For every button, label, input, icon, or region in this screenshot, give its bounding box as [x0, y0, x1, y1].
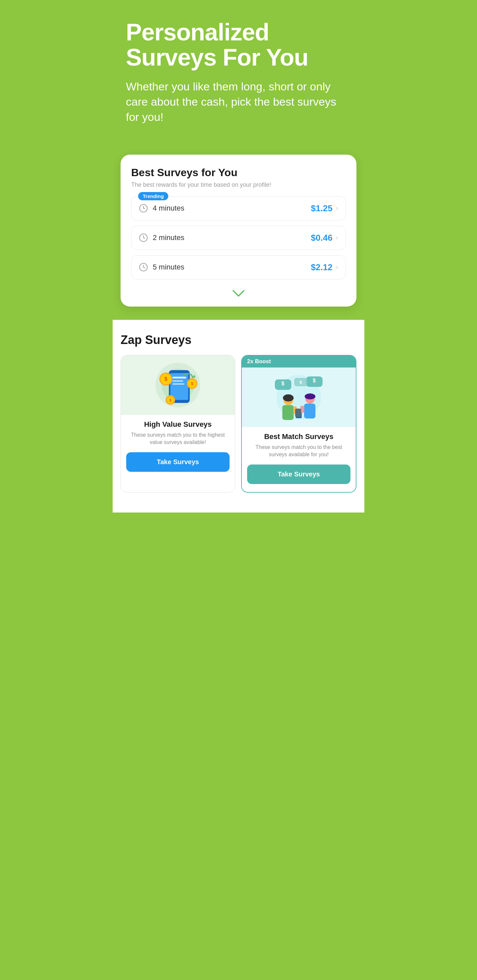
- best-match-desc: These surveys match you to the best surv…: [247, 444, 351, 458]
- best-match-take-surveys-button[interactable]: Take Surveys: [247, 465, 351, 484]
- zap-cards-row: $ $ $ High Value Surveys These surveys m…: [121, 355, 356, 493]
- survey-amount-2: $0.46: [311, 233, 333, 243]
- svg-text:$: $: [300, 379, 302, 384]
- best-match-body: Best Match Surveys These surveys match y…: [242, 427, 356, 465]
- survey-amount-1: $1.25: [311, 203, 333, 213]
- svg-rect-34: [304, 404, 315, 418]
- chevron-down-icon: [233, 290, 244, 298]
- high-value-take-surveys-button[interactable]: Take Surveys: [126, 452, 230, 472]
- svg-text:$: $: [313, 377, 316, 383]
- svg-rect-36: [295, 409, 301, 417]
- clock-icon-2: [139, 233, 148, 242]
- survey-item-3[interactable]: 5 minutes $2.12 ›: [131, 255, 346, 280]
- high-value-desc: These surveys match you to the highest v…: [126, 431, 230, 446]
- high-value-image: $ $ $: [121, 355, 235, 415]
- best-surveys-subtitle: The best rewards for your time based on …: [131, 181, 346, 188]
- svg-rect-7: [172, 377, 186, 379]
- high-value-title: High Value Surveys: [126, 420, 230, 429]
- survey-right-1: $1.25 ›: [311, 203, 338, 213]
- chevron-right-icon-2: ›: [336, 234, 338, 242]
- best-match-card: 2x Boost $ $ $: [241, 355, 356, 493]
- svg-point-33: [305, 393, 315, 399]
- survey-amount-3: $2.12: [311, 262, 333, 272]
- survey-left-1: 4 minutes: [139, 204, 184, 213]
- hero-title: Personalized Surveys For You: [126, 20, 351, 70]
- people-survey-illustration: $ $ $: [247, 371, 350, 424]
- survey-duration-2: 2 minutes: [153, 234, 184, 242]
- boost-badge: 2x Boost: [242, 356, 356, 368]
- survey-left-2: 2 minutes: [139, 233, 184, 242]
- trending-badge: Trending: [138, 192, 168, 200]
- svg-rect-29: [282, 405, 294, 420]
- clock-icon-3: [139, 262, 148, 272]
- best-match-title: Best Match Surveys: [247, 433, 351, 441]
- hero-subtitle: Whether you like them long, short or onl…: [126, 79, 351, 125]
- survey-item-2[interactable]: 2 minutes $0.46 ›: [131, 226, 346, 250]
- best-surveys-card: Best Surveys for You The best rewards fo…: [121, 154, 356, 307]
- svg-rect-8: [172, 380, 183, 382]
- survey-left-3: 5 minutes: [139, 262, 184, 272]
- svg-text:$: $: [191, 382, 193, 386]
- survey-right-3: $2.12 ›: [311, 262, 338, 272]
- best-surveys-title: Best Surveys for You: [131, 167, 346, 179]
- zap-surveys-section: Zap Surveys: [113, 320, 364, 512]
- chevron-right-icon-1: ›: [336, 204, 338, 213]
- survey-item-1[interactable]: Trending 4 minutes $1.25 ›: [131, 196, 346, 221]
- best-surveys-section: Best Surveys for You The best rewards fo…: [113, 154, 364, 320]
- best-match-image: $ $ $: [242, 368, 356, 427]
- zap-surveys-title: Zap Surveys: [121, 333, 356, 347]
- hero-section: Personalized Surveys For You Whether you…: [113, 0, 364, 154]
- svg-text:$: $: [164, 376, 167, 382]
- phone-coins-illustration: $ $ $: [126, 358, 229, 412]
- svg-point-28: [283, 394, 294, 402]
- svg-rect-9: [172, 383, 185, 385]
- high-value-body: High Value Surveys These surveys match y…: [121, 415, 235, 452]
- survey-duration-1: 4 minutes: [153, 204, 184, 213]
- high-value-card: $ $ $ High Value Surveys These surveys m…: [121, 355, 235, 493]
- survey-duration-3: 5 minutes: [153, 263, 184, 272]
- svg-text:$: $: [170, 398, 172, 402]
- svg-text:$: $: [282, 380, 284, 387]
- expand-chevron[interactable]: [131, 285, 346, 300]
- clock-icon-1: [139, 204, 148, 213]
- chevron-right-icon-3: ›: [336, 263, 338, 272]
- survey-right-2: $0.46 ›: [311, 233, 338, 243]
